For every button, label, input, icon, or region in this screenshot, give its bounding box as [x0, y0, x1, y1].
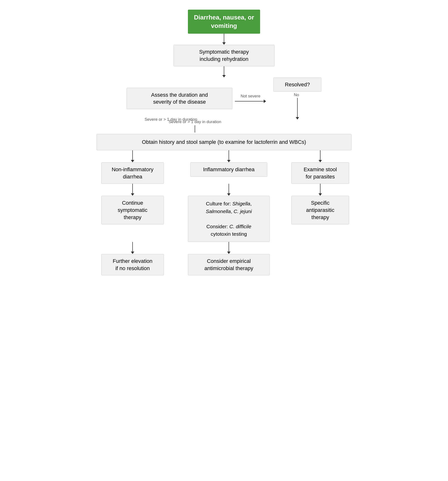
- antiparasitic-label: Specific antiparasitic therapy: [306, 200, 334, 220]
- non-inflammatory-label: Non-inflammatory diarrhea: [112, 166, 153, 180]
- obtain-label: Obtain history and stool sample (to exam…: [142, 139, 306, 145]
- arrow-to-further: [131, 242, 134, 254]
- assess-section: Assess the duration and severity of the …: [97, 77, 351, 120]
- antiparasitic-box: Specific antiparasitic therapy: [291, 196, 349, 224]
- continue-symptomatic-box: Continue symptomatic therapy: [101, 196, 164, 224]
- symptomatic-box: Symptomatic therapy including rehydratio…: [174, 45, 274, 66]
- examine-stool-box: Examine stool for parasites: [291, 162, 349, 184]
- start-box: Diarrhea, nausea, or vomiting: [188, 10, 260, 34]
- arrow-to-continue: [131, 184, 134, 196]
- further-elevation-label: Further elevation if no resolution: [113, 258, 152, 271]
- no-label: No: [294, 93, 299, 98]
- empirical-label: Consider empirical antimicrobial therapy: [205, 258, 253, 271]
- obtain-section: Obtain history and stool sample (to exam…: [97, 134, 351, 150]
- further-elevation-box: Further elevation if no resolution: [101, 254, 164, 275]
- resolved-label: Resolved?: [285, 82, 310, 88]
- severe-label-2: Severe or > 1 day in duration: [169, 120, 221, 124]
- symptomatic-label: Symptomatic therapy including rehydratio…: [199, 49, 249, 62]
- arrow-resolved-down: [296, 98, 299, 120]
- arrow-start-to-symptomatic: [222, 34, 226, 45]
- non-inflammatory-box: Non-inflammatory diarrhea: [101, 162, 164, 184]
- continue-symptomatic-label: Continue symptomatic therapy: [118, 200, 147, 220]
- culture-box: Culture for: Shigella,Salmonella, C. jej…: [188, 196, 270, 242]
- three-col-row3: Further elevation if no resolution Consi…: [97, 254, 351, 275]
- assess-label: Assess the duration and severity of the …: [151, 92, 208, 105]
- inflammatory-box: Inflammatory diarrhea: [190, 162, 267, 177]
- arrow-to-antiparasitic: [319, 184, 322, 196]
- flowchart: Diarrhea, nausea, or vomiting Symptomati…: [97, 5, 351, 280]
- arrow-to-empirical: [227, 242, 230, 254]
- arrow-to-examine: [319, 150, 322, 162]
- resolved-box: Resolved?: [273, 77, 321, 92]
- not-severe-label: Not severe: [241, 94, 260, 99]
- three-col-row2: Continue symptomatic therapy Culture for…: [97, 196, 351, 242]
- resolved-col: Resolved? No: [273, 77, 321, 120]
- three-col-row1: Non-inflammatory diarrhea Inflammatory d…: [97, 162, 351, 184]
- h-arrow-not-severe: [235, 100, 266, 103]
- arrow-to-inflammatory: [227, 150, 230, 162]
- examine-stool-label: Examine stool for parasites: [304, 166, 337, 180]
- arrow-to-noninflammatory: [131, 150, 134, 162]
- arrow-symptomatic-to-assess: [222, 66, 226, 77]
- empirical-box: Consider empirical antimicrobial therapy: [188, 254, 270, 275]
- start-label: Diarrhea, nausea, or vomiting: [194, 14, 254, 29]
- assess-box: Assess the duration and severity of the …: [127, 88, 232, 109]
- culture-label: Culture for: Shigella,Salmonella, C. jej…: [206, 201, 252, 237]
- obtain-box: Obtain history and stool sample (to exam…: [97, 134, 351, 150]
- arrow-to-culture: [227, 184, 230, 196]
- inflammatory-label: Inflammatory diarrhea: [203, 166, 255, 173]
